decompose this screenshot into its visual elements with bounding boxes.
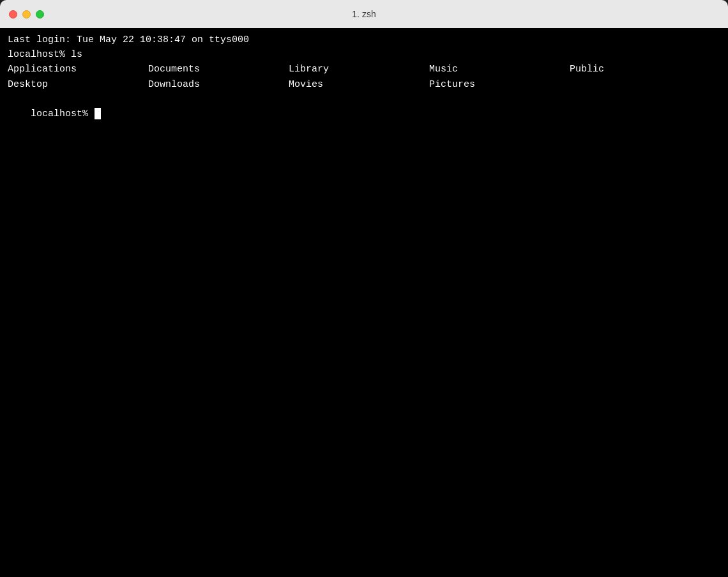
ls-item-empty bbox=[570, 77, 710, 93]
ls-item-music: Music bbox=[429, 62, 570, 77]
minimize-button[interactable] bbox=[22, 10, 31, 19]
cursor bbox=[95, 108, 101, 119]
prompt-ls: localhost% ls bbox=[8, 48, 720, 63]
window-title: 1. zsh bbox=[352, 9, 375, 19]
ls-item-movies: Movies bbox=[289, 77, 429, 93]
ls-item-public: Public bbox=[570, 62, 710, 77]
ls-item-library: Library bbox=[289, 62, 429, 77]
ls-item-applications: Applications bbox=[8, 62, 148, 77]
prompt-current[interactable]: localhost% bbox=[8, 93, 720, 136]
prompt-text: localhost% bbox=[31, 109, 94, 119]
maximize-button[interactable] bbox=[36, 10, 44, 19]
ls-output: Applications Documents Library Music Pub… bbox=[8, 62, 720, 93]
ls-item-downloads: Downloads bbox=[148, 77, 289, 93]
window-controls bbox=[9, 10, 44, 19]
ls-item-documents: Documents bbox=[148, 62, 289, 77]
title-bar: 1. zsh bbox=[0, 0, 728, 28]
ls-item-pictures: Pictures bbox=[429, 77, 570, 93]
close-button[interactable] bbox=[9, 10, 17, 19]
login-line: Last login: Tue May 22 10:38:47 on ttys0… bbox=[8, 33, 720, 48]
terminal-body[interactable]: Last login: Tue May 22 10:38:47 on ttys0… bbox=[0, 28, 728, 577]
ls-item-desktop: Desktop bbox=[8, 77, 148, 93]
